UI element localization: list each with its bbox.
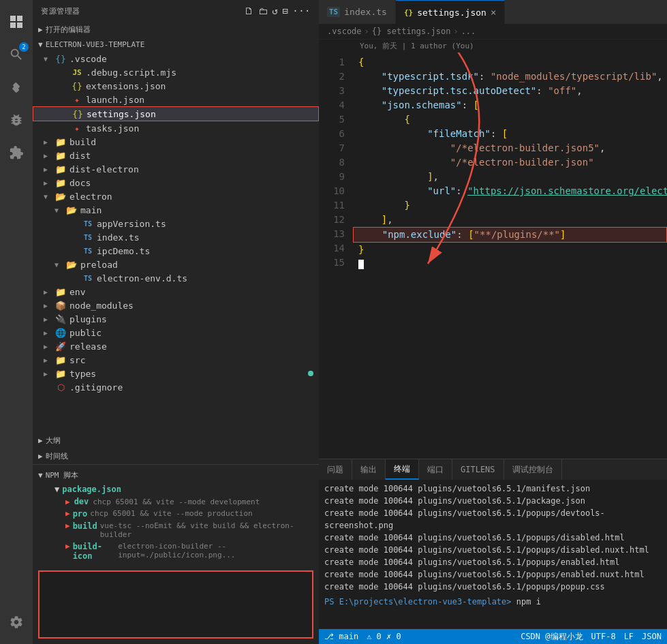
file-label: ipcDemo.ts (97, 246, 319, 256)
settings-gear-icon[interactable] (0, 606, 33, 639)
new-folder-icon[interactable]: 🗀 (258, 5, 268, 16)
file-label: electron (69, 191, 319, 202)
breadcrumb-separator: › (453, 27, 458, 36)
list-item[interactable]: ▶ 📦 node_modules (33, 298, 319, 312)
list-item[interactable]: TS ipcDemo.ts (33, 244, 319, 258)
tab-close-icon[interactable]: × (491, 7, 496, 18)
project-arrow: ▼ (38, 40, 43, 49)
refresh-icon[interactable]: ↺ (272, 5, 278, 16)
script-cmd: chcp 65001 && vite --mode production (90, 509, 252, 518)
list-item[interactable]: ▶ 📁 docs (33, 176, 319, 189)
arrow-icon: ▶ (44, 179, 55, 187)
git-icon[interactable] (0, 71, 33, 104)
list-item[interactable]: ▼ 📂 electron (33, 189, 319, 203)
code-content[interactable]: { "typescript.tsdk": "node_modules/types… (353, 52, 667, 459)
arrow-icon: ▶ (44, 138, 55, 146)
folder-open-icon: 📂 (65, 204, 78, 216)
terminal-tab-bar: 问题 输出 终端 端口 GITLENS 调试控制台 (319, 459, 667, 480)
debug-icon[interactable] (0, 104, 33, 136)
tab-label: 调试控制台 (512, 464, 553, 476)
terminal-tab-debug[interactable]: 调试控制台 (504, 459, 562, 480)
file-label: build (69, 137, 319, 147)
npm-section-header[interactable]: ▼ NPM 脚本 (33, 467, 319, 483)
code-line (353, 257, 667, 271)
list-item[interactable]: ▶ 📁 src (33, 353, 319, 367)
list-item[interactable]: ▶ 📁 build (33, 135, 319, 149)
js-icon: JS (71, 66, 83, 78)
code-line: "typescript.tsdk": "node_modules/typescr… (353, 70, 667, 84)
status-bar-right: CSDN @编程小龙 UTF-8 LF JSON (521, 631, 662, 643)
list-item[interactable]: ▶ 📁 dist (33, 149, 319, 162)
file-label: tasks.json (86, 123, 319, 134)
list-item[interactable]: ✦ launch.json (33, 93, 319, 106)
git-icon: ⬡ (55, 381, 67, 393)
open-editors-section[interactable]: ▶ 打开的编辑器 (33, 22, 319, 37)
json-icon: {} (72, 108, 84, 120)
search-icon[interactable]: 2 (0, 38, 33, 71)
terminal-tab-gitlens[interactable]: GITLENS (452, 459, 504, 480)
terminal-content[interactable]: create mode 100644 plugins/vuetools6.5.1… (319, 480, 667, 629)
explorer-icon[interactable] (0, 5, 33, 38)
npm-script-build[interactable]: ▶ build vue-tsc --noEmit && vite build &… (33, 520, 319, 540)
code-line: ], (353, 170, 667, 184)
list-item[interactable]: {} settings.json (33, 106, 319, 121)
terminal-line: create mode 100644 plugins/vuetools6.5.1… (324, 581, 662, 593)
list-item[interactable]: TS index.ts (33, 230, 319, 244)
file-label: .debug.script.mjs (86, 67, 319, 78)
extensions-icon[interactable] (0, 136, 33, 169)
new-file-icon[interactable]: 🗋 (244, 5, 254, 16)
run-icon: ▶ (65, 497, 70, 506)
terminal-tab-problems[interactable]: 问题 (319, 459, 352, 480)
collapse-icon[interactable]: ⊟ (282, 5, 288, 16)
list-item[interactable]: ▶ 📁 env (33, 285, 319, 298)
list-item[interactable]: ▼ 📂 preload (33, 258, 319, 271)
file-label: launch.json (86, 95, 319, 105)
error-count[interactable]: ⚠ 0 ✗ 0 (367, 632, 401, 641)
breadcrumb-item[interactable]: {} settings.json (372, 27, 451, 36)
file-label: docs (69, 178, 319, 188)
list-item[interactable]: ▶ 🌐 public (33, 326, 319, 339)
outline-section[interactable]: ▶ 大纲 (33, 433, 319, 448)
code-line: { (353, 55, 667, 70)
npm-package-item[interactable]: ▼ package.json (33, 483, 319, 495)
list-item[interactable]: ▼ {} .vscode (33, 52, 319, 65)
list-item[interactable]: TS appVersion.ts (33, 217, 319, 230)
list-item[interactable]: TS electron-env.d.ts (33, 271, 319, 285)
list-item[interactable]: ▼ 📂 main (33, 203, 319, 217)
section-arrow: ▶ (38, 452, 43, 461)
arrow-icon: ▼ (55, 206, 65, 214)
terminal-line: create mode 100644 plugins/vuetools6.5.1… (324, 507, 662, 532)
file-label: preload (80, 260, 319, 270)
list-item[interactable]: ▶ 🔌 plugins (33, 312, 319, 326)
project-section[interactable]: ▼ ELECTRON-VUE3-TEMPLATE (33, 37, 319, 52)
git-branch[interactable]: ⎇ main (324, 632, 358, 641)
list-item[interactable]: ▶ 📁 dist-electron (33, 162, 319, 176)
script-name: dev (74, 497, 89, 506)
terminal-tab-output[interactable]: 输出 (352, 459, 386, 480)
terminal-tab-terminal[interactable]: 终端 (386, 459, 419, 480)
folder-icon: 📁 (55, 177, 67, 189)
npm-script-build-icon[interactable]: ▶ build-icon electron-icon-builder --inp… (33, 540, 319, 562)
npm-script-dev[interactable]: ▶ dev chcp 65001 && vite --mode developm… (33, 495, 319, 508)
arrow-icon: ▶ (44, 288, 55, 296)
breadcrumb-separator: › (364, 27, 369, 36)
list-item[interactable]: ▶ 🚀 release (33, 339, 319, 353)
tab-settings-json[interactable]: {} settings.json × (396, 0, 505, 24)
breadcrumb-item[interactable]: .vscode (327, 27, 362, 36)
npm-script-pro[interactable]: ▶ pro chcp 65001 && vite --mode producti… (33, 508, 319, 520)
more-icon[interactable]: ··· (292, 5, 311, 16)
arrow-icon: ▶ (44, 343, 55, 350)
list-item[interactable]: {} extensions.json (33, 79, 319, 93)
list-item[interactable]: ▶ 📁 types (33, 367, 319, 380)
list-item[interactable]: JS .debug.script.mjs (33, 65, 319, 79)
file-author-info: You, 前天 | 1 author (You) (360, 42, 474, 50)
list-item[interactable]: ✦ tasks.json (33, 121, 319, 135)
list-item[interactable]: ⬡ .gitignore (33, 380, 319, 394)
npm-label: NPM 脚本 (46, 470, 79, 480)
terminal-tab-ports[interactable]: 端口 (419, 459, 452, 480)
node-modules-icon: 📦 (55, 299, 67, 311)
ts-icon: TS (82, 272, 94, 284)
tab-index-ts[interactable]: TS index.ts (319, 0, 396, 24)
timeline-section[interactable]: ▶ 时间线 (33, 448, 319, 464)
arrow-icon: ▶ (44, 370, 55, 378)
